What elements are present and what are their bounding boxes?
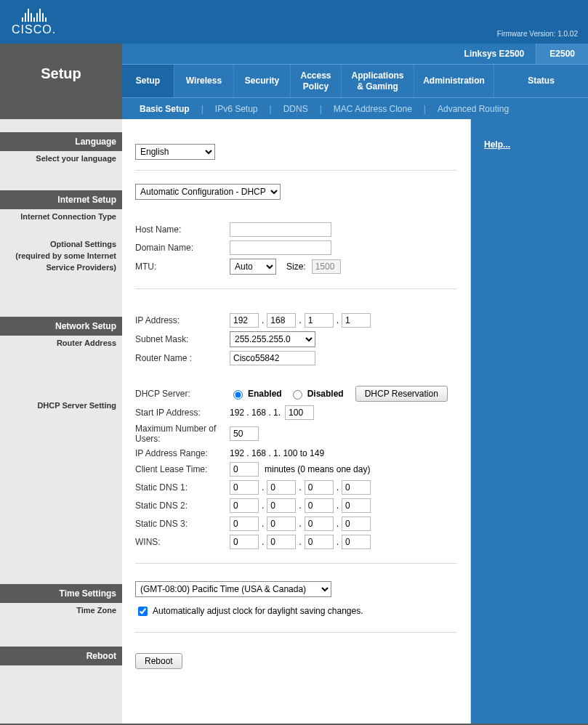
help-panel: Help...: [471, 119, 588, 724]
wins-octet-4[interactable]: [342, 535, 371, 549]
section-language: Language: [0, 132, 122, 151]
dns2-label: Static DNS 2:: [135, 501, 230, 511]
section-optional-settings-3: Service Providers): [0, 263, 122, 275]
dhcp-reservation-button[interactable]: DHCP Reservation: [355, 386, 448, 402]
timezone-select[interactable]: (GMT-08:00) Pacific Time (USA & Canada): [135, 581, 331, 597]
page-title: Setup: [0, 44, 122, 119]
tab-administration[interactable]: Administration: [414, 65, 494, 97]
section-optional-settings-2: (required by some Internet: [0, 251, 122, 263]
wins-octet-3[interactable]: [305, 535, 334, 549]
host-name-label: Host Name:: [135, 224, 230, 235]
router-name-label: Router Name :: [135, 353, 230, 363]
wins-label: WINS:: [135, 537, 230, 547]
ip-range-value: 192 . 168 . 1. 100 to 149: [230, 448, 324, 458]
dns3-octet-3[interactable]: [305, 517, 334, 531]
form-panel: English Automatic Configuration - DHCP H…: [122, 119, 471, 724]
subtab-mac-address-clone[interactable]: MAC Address Clone: [329, 104, 416, 114]
tab-status[interactable]: Status: [494, 65, 588, 97]
start-ip-label: Start IP Address:: [135, 408, 230, 418]
tab-applications-gaming[interactable]: Applications & Gaming: [342, 65, 414, 97]
dns3-octet-2[interactable]: [267, 517, 296, 531]
mtu-size-label: Size:: [286, 262, 306, 272]
dns1-label: Static DNS 1:: [135, 482, 230, 493]
domain-name-input[interactable]: [230, 240, 331, 255]
dhcp-disabled-radio[interactable]: Disabled: [289, 388, 344, 400]
model-row: Linksys E2500 E2500: [122, 44, 588, 64]
left-sidebar: Language Select your language Internet S…: [0, 119, 122, 724]
host-name-input[interactable]: [230, 222, 331, 237]
dhcp-server-label: DHCP Server:: [135, 389, 230, 399]
cisco-logo-text: CISCO.: [12, 23, 56, 36]
subtab-ipv6-setup[interactable]: IPv6 Setup: [211, 104, 262, 114]
dns3-label: Static DNS 3:: [135, 519, 230, 529]
start-ip-input[interactable]: [285, 405, 314, 420]
subtab-ddns[interactable]: DDNS: [279, 104, 313, 114]
tab-wireless[interactable]: Wireless: [174, 65, 234, 97]
dhcp-enabled-radio-input[interactable]: [233, 390, 243, 400]
lease-time-label: Client Lease Time:: [135, 464, 230, 474]
language-select[interactable]: English: [135, 144, 215, 160]
help-link[interactable]: Help...: [484, 139, 510, 150]
connection-type-select[interactable]: Automatic Configuration - DHCP: [135, 184, 281, 200]
section-time-zone: Time Zone: [0, 603, 122, 617]
dns3-octet-1[interactable]: [230, 517, 259, 531]
subnet-mask-select[interactable]: 255.255.255.0: [230, 331, 315, 347]
dhcp-enabled-radio[interactable]: Enabled: [230, 388, 282, 400]
subtab-basic-setup[interactable]: Basic Setup: [135, 104, 194, 114]
ip-octet-2[interactable]: [267, 313, 296, 328]
dns2-octet-3[interactable]: [305, 498, 334, 513]
section-reboot: Reboot: [0, 647, 122, 665]
main-tabs: Setup Wireless Security Access Policy Ap…: [122, 64, 588, 97]
dns1-octet-4[interactable]: [342, 480, 371, 495]
max-users-input[interactable]: [230, 426, 259, 441]
section-time: Time Settings: [0, 584, 122, 603]
domain-name-label: Domain Name:: [135, 243, 230, 253]
section-internet-conn-type: Internet Connection Type: [0, 209, 122, 224]
ip-octet-1[interactable]: [230, 313, 259, 328]
model-badge: E2500: [536, 44, 588, 64]
router-name-input[interactable]: [230, 351, 315, 365]
wins-octet-2[interactable]: [267, 535, 296, 549]
section-optional-settings-1: Optional Settings: [0, 237, 122, 251]
dst-checkbox[interactable]: [138, 607, 148, 616]
model-name: Linksys E2500: [464, 49, 536, 59]
ip-octet-3[interactable]: [305, 313, 334, 328]
ip-address-label: IP Address:: [135, 315, 230, 325]
dns2-octet-1[interactable]: [230, 498, 259, 513]
dns2-octet-4[interactable]: [342, 498, 371, 513]
section-network: Network Setup: [0, 317, 122, 336]
section-internet: Internet Setup: [0, 190, 122, 209]
cisco-logo-bars: [22, 7, 47, 22]
dns2-octet-2[interactable]: [267, 498, 296, 513]
section-dhcp-setting: DHCP Server Setting: [0, 398, 122, 413]
dns1-octet-3[interactable]: [305, 480, 334, 495]
dns1-octet-1[interactable]: [230, 480, 259, 495]
section-router-address: Router Address: [0, 336, 122, 350]
reboot-button[interactable]: Reboot: [135, 653, 182, 669]
ip-octet-4[interactable]: [342, 313, 371, 328]
sub-tabs: Basic Setup | IPv6 Setup | DDNS | MAC Ad…: [122, 97, 588, 119]
lease-time-input[interactable]: [230, 462, 259, 477]
top-bar: CISCO. Firmware Version: 1.0.02: [0, 0, 588, 44]
subnet-mask-label: Subnet Mask:: [135, 334, 230, 344]
mtu-size-input: [312, 259, 341, 274]
tab-access-policy[interactable]: Access Policy: [291, 65, 342, 97]
firmware-version: Firmware Version: 1.0.02: [497, 30, 578, 38]
mtu-label: MTU:: [135, 262, 230, 272]
max-users-label: Maximum Number of Users:: [135, 424, 230, 445]
mtu-select[interactable]: Auto: [230, 259, 276, 275]
dst-label: Automatically adjust clock for daylight …: [153, 606, 363, 616]
wins-octet-1[interactable]: [230, 535, 259, 549]
dns3-octet-4[interactable]: [342, 517, 371, 531]
lease-time-suffix: minutes (0 means one day): [265, 464, 370, 474]
start-ip-prefix: 192 . 168 . 1.: [230, 408, 281, 418]
dhcp-disabled-radio-input[interactable]: [293, 390, 302, 400]
subtab-advanced-routing[interactable]: Advanced Routing: [433, 104, 513, 114]
dns1-octet-2[interactable]: [267, 480, 296, 495]
cisco-logo: CISCO.: [12, 7, 56, 36]
tab-security[interactable]: Security: [234, 65, 291, 97]
tab-setup[interactable]: Setup: [122, 65, 174, 97]
section-language-sub: Select your language: [0, 151, 122, 166]
ip-range-label: IP Address Range:: [135, 448, 230, 458]
